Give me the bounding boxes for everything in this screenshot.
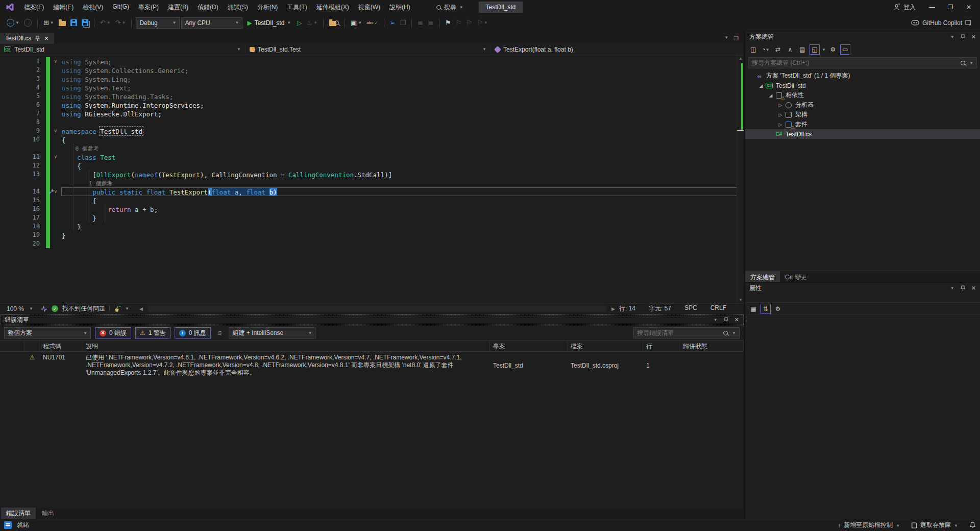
error-search-input[interactable] [637,329,719,336]
solution-platform-combo[interactable]: Any CPU▼ [181,17,242,29]
warnings-filter-button[interactable]: ⚠ 1 警告 [135,327,170,339]
menu-item-3[interactable]: Git(G) [108,1,134,14]
zoom-combo[interactable]: 100 % ▼ [4,304,37,313]
switch-views-icon[interactable]: ◫ [748,44,758,55]
breakpoint-margin[interactable] [0,222,10,231]
menu-item-1[interactable]: 編輯(E) [48,1,78,14]
column-header-5[interactable]: 檔案 [568,341,643,351]
categorized-view-icon[interactable]: ▦ [748,304,758,314]
close-panel-icon[interactable]: ✕ [734,317,739,323]
breakpoint-margin[interactable] [0,66,10,75]
breakpoint-margin[interactable] [0,127,10,135]
window-name-pill[interactable]: TestDll_std [479,2,523,13]
code-line-7[interactable]: 7using RGiesecke.DllExport; [0,109,744,118]
menu-item-4[interactable]: 專案(P) [134,1,163,14]
breakpoint-margin[interactable] [0,196,10,205]
navigate-cursor-button[interactable]: ➢ [388,17,397,28]
menu-item-8[interactable]: 分析(N) [253,1,283,14]
breakpoint-margin[interactable] [0,57,10,66]
expander-icon[interactable]: ◢ [758,83,764,88]
tree-item--[interactable]: ▷分析器 [745,100,980,110]
menu-item-12[interactable]: 說明(H) [385,1,415,14]
navigate-back-button[interactable]: ←▼ [5,17,21,28]
find-in-files-button[interactable] [328,18,340,28]
fold-collapse-icon[interactable]: ∨ [50,153,61,161]
breakpoint-margin[interactable] [0,144,10,153]
breakpoint-margin[interactable] [0,231,10,239]
nav-member-dropdown[interactable]: TestExport(float a, float b) [491,44,744,55]
solution-explorer-title-bar[interactable]: 方案總管 ▼ ✕ [745,32,980,42]
menu-item-2[interactable]: 檢視(V) [78,1,108,14]
code-line-8[interactable]: 8 [0,118,744,127]
search-options-icon[interactable]: ▼ [732,331,736,335]
code-line-16[interactable]: 16 return a + b; [0,205,744,213]
eol-indicator[interactable]: CRLF [710,304,726,313]
code-cleanup-icon[interactable] [114,305,121,312]
scroll-right-icon[interactable]: ▶ [611,306,615,311]
new-project-button[interactable]: ⊞▼ [42,17,56,28]
code-line-2[interactable]: 2using System.Collections.Generic; [0,66,744,75]
collapse-all-icon[interactable]: ∧ [785,44,795,55]
solution-search-input[interactable] [752,59,957,66]
breakpoint-margin[interactable] [0,153,10,161]
copy-button[interactable]: ❐ [399,17,408,28]
toggle-bookmark-button[interactable]: ⚑ [444,17,453,28]
tab-git-changes[interactable]: Git 變更 [780,271,812,282]
next-bookmark-button[interactable]: ⚐ [464,17,474,28]
fold-collapse-icon[interactable]: ∨ [50,57,61,66]
scroll-left-icon[interactable]: ◀ [139,306,143,311]
codelens-row[interactable]: 1 個參考 [0,179,744,187]
float-window-icon[interactable]: ❐ [733,35,739,42]
breakpoint-margin[interactable] [0,109,10,118]
code-line-13[interactable]: 13 [DllExport(nameof(TestExport), Callin… [0,170,744,179]
error-source-combo[interactable]: 組建 + IntelliSense▼ [229,327,315,339]
error-scope-combo[interactable]: 整個方案▼ [4,327,91,339]
breakpoint-margin[interactable] [0,101,10,109]
save-to-dropdown-button[interactable]: ▣▼ [349,17,363,28]
nav-project-dropdown[interactable]: C# TestDll_std ▼ [0,44,246,55]
window-position-dropdown-icon[interactable]: ▼ [950,286,954,291]
space-indicator[interactable]: SPC [684,304,697,313]
codelens-row[interactable]: 0 個參考 [0,144,744,153]
error-code-cell[interactable]: NU1701 [40,354,83,377]
tree-item--[interactable]: ◢⚠相依性 [745,90,980,100]
horizontal-scrollbar[interactable] [148,306,606,312]
pending-changes-filter-icon[interactable]: ◔▼ [761,44,771,55]
column-header-4[interactable]: 專案 [490,341,568,351]
properties-pages-icon[interactable]: ▤ [797,44,807,55]
wrench-icon[interactable]: ⚙ [828,44,838,55]
solution-configuration-combo[interactable]: Debug▼ [136,17,180,29]
document-health-icon[interactable] [41,306,47,312]
title-search[interactable]: 搜尋 ▼ [436,3,463,12]
close-button[interactable]: ✕ [962,4,976,11]
undo-button[interactable]: ↶▼ [99,17,112,28]
breakpoint-margin[interactable] [0,92,10,101]
tab-list-dropdown-icon[interactable]: ▼ [724,35,728,42]
column-header-3[interactable]: 說明 [83,341,490,351]
char-indicator[interactable]: 字元: 57 [649,304,671,313]
code-line-6[interactable]: 6using System.Runtime.InteropServices; [0,101,744,109]
close-panel-icon[interactable]: ✕ [971,285,976,292]
alphabetical-sort-icon[interactable]: ⇅ [761,304,771,314]
menu-item-0[interactable]: 檔案(F) [19,1,48,14]
save-button[interactable] [69,18,79,28]
save-all-button[interactable] [80,18,90,28]
tree-item-testdll_std[interactable]: ◢C#TestDll_std [745,81,980,90]
expander-icon[interactable]: ◢ [768,93,774,98]
spell-check-button[interactable]: abc✓ [365,19,379,27]
open-file-button[interactable] [57,18,67,28]
code-line-14[interactable]: 14∨ public static float TestExport(float… [0,187,744,196]
nav-type-dropdown[interactable]: TestDll_std.Test ▼ [246,44,491,55]
menu-item-10[interactable]: 延伸模組(X) [312,1,354,14]
pin-icon[interactable] [961,285,965,291]
breakpoint-margin[interactable] [0,179,10,187]
hot-reload-button[interactable]: ♨▼ [305,17,319,28]
column-header-7[interactable]: 歸併狀態 [680,341,744,351]
document-tab[interactable]: TestDll.cs ✕ [0,33,54,44]
breakpoint-margin[interactable] [0,213,10,222]
fold-collapse-icon[interactable]: ∨ [50,127,61,135]
quick-actions-screwdriver-icon[interactable] [48,188,55,195]
tree-item-testdll.cs[interactable]: C#TestDll.cs [745,129,980,139]
tree-item--testdll_std-1-1-[interactable]: ∞方案 'TestDll_std' (1 / 1 個專案) [745,71,980,81]
sync-namespaces-icon[interactable]: ⇄ [773,44,783,55]
